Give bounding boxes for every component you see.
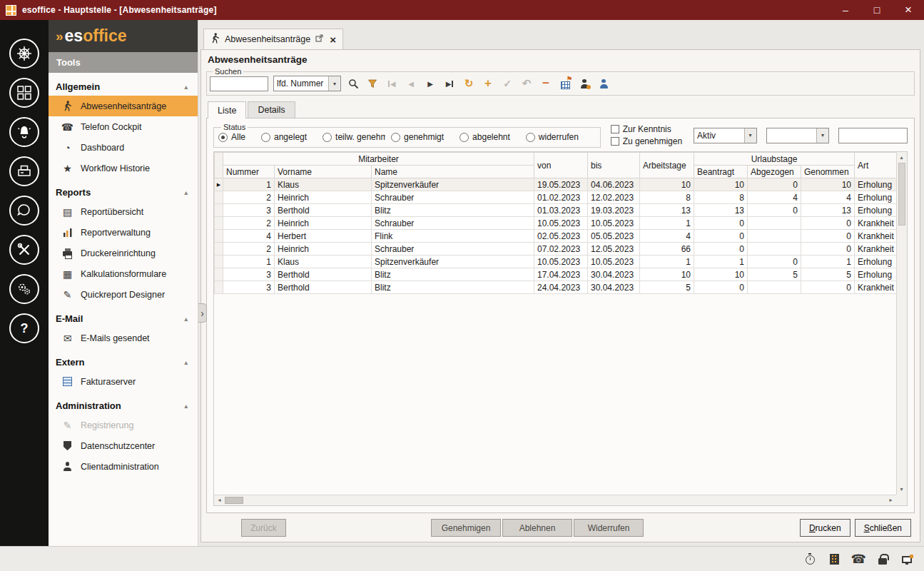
checkbox-zur-kenntnis[interactable]: Zur Kenntnis xyxy=(611,124,682,134)
minimize-button[interactable]: – xyxy=(830,0,861,20)
employee-settings-button[interactable] xyxy=(577,76,592,91)
reject-button[interactable]: Ablehnen xyxy=(502,519,572,537)
filter-button[interactable] xyxy=(365,76,380,91)
close-button[interactable]: × xyxy=(893,0,924,20)
workstation-icon[interactable] xyxy=(900,551,914,567)
sidebar-collapse-handle[interactable]: › xyxy=(198,303,207,323)
tab-liste[interactable]: Liste xyxy=(208,101,246,118)
status-radio-genehmigt[interactable]: genehmigt xyxy=(391,132,444,142)
nav-next-button[interactable]: ▶ xyxy=(423,76,437,91)
sidebar-item-clientadministration[interactable]: Clientadministration xyxy=(49,456,198,477)
search-input[interactable] xyxy=(210,76,268,91)
sidebar-item-reportverwaltung[interactable]: Reportverwaltung xyxy=(49,222,198,243)
sidebar-item-druckereinrichtung[interactable]: Druckereinrichtung xyxy=(49,243,198,263)
table-row[interactable]: 2HeinrichSchrauber07.02.202312.05.202366… xyxy=(215,243,897,256)
sidebar-item-quickreport-designer[interactable]: ✎Quickreport Designer xyxy=(49,284,198,305)
table-row[interactable]: 2HeinrichSchrauber10.05.202310.05.202310… xyxy=(215,217,897,230)
sidebar-item-datenschutzcenter[interactable]: Datenschutzcenter xyxy=(49,435,198,456)
status-radio-abgelehnt[interactable]: abgelehnt xyxy=(460,132,510,142)
timer-icon[interactable] xyxy=(803,551,817,567)
tab-close-icon[interactable]: × xyxy=(330,34,336,46)
col-header-beantragt[interactable]: Beantragt xyxy=(694,166,748,178)
phone-icon[interactable]: ☎ xyxy=(851,551,865,567)
sidebar-item-abwesenheitsantr-ge[interactable]: Abwesenheitsanträge xyxy=(49,96,198,116)
status-radio-widerrufen[interactable]: widerrufen xyxy=(526,132,579,142)
active-filter-select[interactable]: Aktiv ▾ xyxy=(694,128,756,143)
nav-section-reports[interactable]: Reports▴ xyxy=(49,181,198,201)
nav-first-button[interactable]: ◀ xyxy=(385,76,399,91)
nav-last-button[interactable]: ▶ xyxy=(442,76,457,91)
settings-wheel-icon[interactable] xyxy=(9,39,39,69)
sidebar-item-telefon-cockpit[interactable]: ☎Telefon Cockpit xyxy=(49,116,198,137)
sidebar-item-workflow-historie[interactable]: ★Workflow Historie xyxy=(49,158,198,178)
modules-icon[interactable] xyxy=(9,78,39,108)
status-radio-alle[interactable]: Alle xyxy=(218,132,245,142)
nav-section-extern[interactable]: Extern▴ xyxy=(49,351,198,371)
employee-button[interactable] xyxy=(596,76,611,91)
nav-section-administration[interactable]: Administration▴ xyxy=(49,395,198,415)
col-header-von[interactable]: von xyxy=(534,153,588,178)
table-row[interactable]: ▶1KlausSpitzenverkäufer19.05.202304.06.2… xyxy=(215,178,897,191)
nav-section-allgemein[interactable]: Allgemein▴ xyxy=(49,76,198,96)
status-radio-angelegt[interactable]: angelegt xyxy=(261,132,307,142)
table-row[interactable]: 3BertholdBlitz24.04.202330.04.2023500Kra… xyxy=(215,281,897,294)
print-button[interactable]: Drucken xyxy=(800,519,851,537)
col-header-name[interactable]: Name xyxy=(372,166,534,178)
table-row[interactable]: 3BertholdBlitz01.03.202319.03.2023131301… xyxy=(215,204,897,217)
col-header-abgezogen[interactable]: Abgezogen xyxy=(748,166,801,178)
col-header-arbeitstage[interactable]: Arbeitstage xyxy=(640,153,694,178)
back-button[interactable]: Zurück xyxy=(241,519,286,537)
scroll-right-icon[interactable]: ▸ xyxy=(885,495,896,505)
tab-abwesenheitsantraege[interactable]: Abwesenheitsanträge × xyxy=(203,29,343,49)
scroll-left-icon[interactable]: ◂ xyxy=(214,495,225,505)
lock-icon[interactable] xyxy=(875,551,890,567)
nav-section-e-mail[interactable]: E-Mail▴ xyxy=(49,308,198,328)
scroll-up-icon[interactable]: ▴ xyxy=(896,152,907,163)
sidebar-item-dashboard[interactable]: ◔Dashboard xyxy=(49,137,198,158)
group-header-mitarbeiter[interactable]: Mitarbeiter xyxy=(223,153,534,166)
group-header-urlaubstage[interactable]: Urlaubstage xyxy=(694,153,855,166)
status-radio-teilw-genehmigt[interactable]: teilw. genehmigt xyxy=(323,132,385,142)
secondary-filter-select[interactable]: ▾ xyxy=(766,128,829,143)
col-header-bis[interactable]: bis xyxy=(588,153,640,178)
table-row[interactable]: 3BertholdBlitz17.04.202330.04.2023101055… xyxy=(215,268,897,281)
revoke-button[interactable]: Widerrufen xyxy=(574,519,644,537)
checkbox-zu-genehmigen[interactable]: Zu genehmigen xyxy=(611,136,682,146)
maximize-button[interactable]: □ xyxy=(861,0,893,20)
table-row[interactable]: 2HeinrichSchrauber01.02.202312.02.202388… xyxy=(215,191,897,204)
nav-prev-button[interactable]: ◀ xyxy=(404,76,418,91)
col-header-vorname[interactable]: Vorname xyxy=(275,166,372,178)
tools-icon[interactable] xyxy=(9,235,39,265)
sidebar-item-registrierung[interactable]: ✎Registrierung xyxy=(49,415,198,435)
confirm-button[interactable]: ✓ xyxy=(500,76,514,91)
sidebar-item-kalkulationsformulare[interactable]: ▦Kalkulationsformulare xyxy=(49,263,198,284)
col-header-art[interactable]: Art xyxy=(855,153,896,178)
sidebar-item-report-bersicht[interactable]: ▤Reportübersicht xyxy=(49,201,198,222)
col-header-genommen[interactable]: Genommen xyxy=(801,166,855,178)
billing-icon[interactable] xyxy=(9,156,39,186)
planner-flag-button[interactable] xyxy=(558,76,572,91)
refresh-button[interactable]: ↻ xyxy=(462,76,476,91)
table-row[interactable]: 1KlausSpitzenverkäufer10.05.202310.05.20… xyxy=(215,256,897,268)
approve-button[interactable]: Genehmigen xyxy=(431,519,501,537)
services-gears-icon[interactable] xyxy=(9,274,39,304)
building-icon[interactable] xyxy=(827,551,841,567)
close-dialog-button[interactable]: Schließen xyxy=(855,519,911,537)
search-field-select[interactable]: lfd. Nummer ▾ xyxy=(273,76,341,91)
tab-details[interactable]: Details xyxy=(248,101,295,118)
filter-text-input[interactable] xyxy=(838,128,908,143)
col-header-nummer[interactable]: Nummer xyxy=(223,166,275,178)
undo-button[interactable]: ↶ xyxy=(519,76,534,91)
chat-icon[interactable] xyxy=(9,196,39,226)
delete-button[interactable]: − xyxy=(539,76,553,91)
alarm-icon[interactable] xyxy=(9,117,39,147)
vertical-scrollbar[interactable]: ▴ ▾ xyxy=(896,152,907,495)
sidebar-item-e-mails-gesendet[interactable]: ✉E-Mails gesendet xyxy=(49,328,198,348)
sidebar-item-fakturaserver[interactable]: Fakturaserver xyxy=(49,371,198,392)
horizontal-scroll-thumb[interactable] xyxy=(225,497,243,504)
vertical-scroll-thumb[interactable] xyxy=(898,163,905,226)
scroll-down-icon[interactable]: ▾ xyxy=(896,484,907,495)
horizontal-scrollbar[interactable]: ◂ ▸ xyxy=(214,495,896,505)
search-button[interactable] xyxy=(346,76,360,91)
help-icon[interactable]: ? xyxy=(9,313,39,343)
